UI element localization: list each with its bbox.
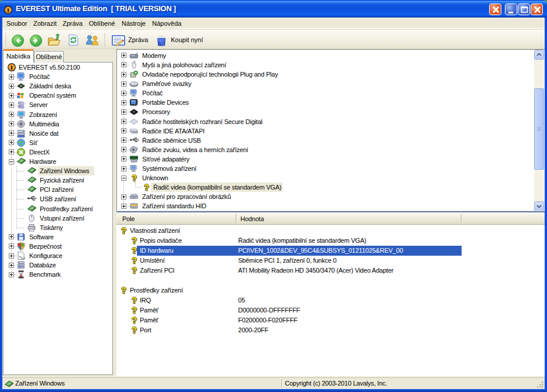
svg-text:?: ? (132, 266, 137, 274)
svg-text:?: ? (144, 183, 149, 191)
svg-text:?: ? (121, 286, 126, 294)
svg-text:?: ? (132, 315, 137, 324)
svg-text:?: ? (132, 325, 137, 334)
svg-text:?: ? (132, 173, 137, 182)
svg-text:?: ? (132, 246, 137, 255)
svg-text:?: ? (132, 236, 137, 245)
svg-text:?: ? (121, 226, 126, 235)
svg-text:?: ? (132, 295, 137, 304)
svg-text:?: ? (132, 256, 137, 264)
svg-text:?: ? (132, 305, 137, 314)
